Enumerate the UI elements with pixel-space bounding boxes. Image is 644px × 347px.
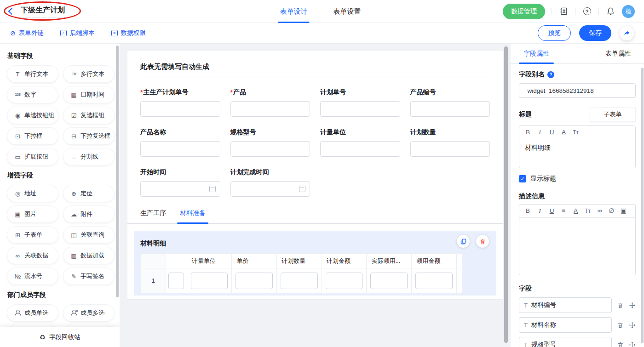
toolbar-link-1[interactable]: ∕后端脚本 <box>60 29 95 37</box>
subform-cell-input[interactable] <box>236 273 273 289</box>
field-input[interactable] <box>230 181 310 197</box>
share-button[interactable] <box>620 26 634 40</box>
delete-subfield-icon[interactable] <box>617 302 624 309</box>
save-button[interactable]: 保存 <box>579 25 611 41</box>
field-pill-address[interactable]: ◎地址 <box>7 185 58 202</box>
unlink-icon[interactable]: ∅ <box>609 207 615 215</box>
title-editor-content[interactable]: 材料明细 <box>519 139 635 168</box>
properties-tab-0[interactable]: 字段属性 <box>523 44 549 64</box>
font-color-icon[interactable]: A <box>573 207 579 215</box>
field-pill-image[interactable]: ▣图片 <box>7 206 58 222</box>
subfield-chip[interactable]: T规格型号 <box>519 337 612 347</box>
field-pill-subform[interactable]: ⊞子表单 <box>7 227 58 243</box>
subfield-chip[interactable]: T材料名称 <box>519 317 612 333</box>
notification-bell-icon[interactable] <box>605 6 615 17</box>
field-pill-signature[interactable]: ✎手写签名 <box>63 268 114 284</box>
bold-icon[interactable]: B <box>525 129 531 136</box>
field-pill-attachment[interactable]: ☁附件 <box>63 206 114 222</box>
description-editor-content[interactable] <box>519 218 635 275</box>
image-icon[interactable]: ▣ <box>621 207 627 215</box>
help-icon[interactable]: ? <box>582 6 592 17</box>
field-pill-extend-button[interactable]: ▭扩展按钮 <box>7 148 58 165</box>
field-input[interactable] <box>410 141 490 157</box>
copy-widget-button[interactable] <box>457 235 470 248</box>
field-input[interactable] <box>140 181 220 197</box>
field-input[interactable] <box>140 101 220 117</box>
link-icon[interactable]: ∞ <box>597 207 603 215</box>
field-pill-related-query[interactable]: ◫关联查询 <box>63 227 114 243</box>
subform-widget-selected[interactable]: 材料明细 计量单位单价计划数量计划金额实际领用...领用金额 1 <box>134 231 496 296</box>
field-pill-single-line-text[interactable]: T单行文本 <box>7 66 58 82</box>
bold-icon[interactable]: B <box>525 207 531 215</box>
form-field-widget[interactable]: 计划数量 <box>410 128 490 157</box>
form-field-widget[interactable]: *主生产计划单号 <box>140 88 220 117</box>
field-pill-data-load[interactable]: ▥数据加载 <box>63 247 114 264</box>
sidebar-scrollbar[interactable] <box>116 46 119 297</box>
italic-icon[interactable]: I <box>537 207 543 215</box>
field-input[interactable] <box>230 141 310 157</box>
field-input[interactable] <box>320 101 400 117</box>
subform-cell-input[interactable] <box>415 273 453 289</box>
move-subfield-icon[interactable] <box>629 322 636 329</box>
field-input[interactable] <box>230 101 310 117</box>
alias-input[interactable]: _widget_1668582312918 <box>519 83 636 98</box>
form-title[interactable]: 下级生产计划 <box>21 6 65 17</box>
italic-icon[interactable]: I <box>537 129 543 136</box>
form-field-widget[interactable]: 开始时间 <box>140 168 220 197</box>
align-icon[interactable]: ≡ <box>561 207 567 215</box>
contact-book-icon[interactable] <box>558 6 569 17</box>
move-subfield-icon[interactable] <box>629 302 636 309</box>
field-recycle-bin[interactable]: ♻ 字段回收站 <box>0 327 120 347</box>
delete-subfield-icon[interactable] <box>617 341 624 347</box>
form-field-widget[interactable]: 规格型号 <box>230 128 310 157</box>
field-pill-serial-number[interactable]: №流水号 <box>7 268 58 284</box>
underline-icon[interactable]: U <box>549 207 555 215</box>
form-field-widget[interactable]: *产品 <box>230 88 310 117</box>
field-pill-checkbox-group[interactable]: ☑复选框组 <box>63 107 114 124</box>
field-pill-dropdown-multi[interactable]: ⊟下拉复选框 <box>63 128 114 144</box>
field-pill-dropdown[interactable]: ⊡下拉框 <box>7 128 58 144</box>
preview-button[interactable]: 预览 <box>538 25 571 41</box>
header-tab-1[interactable]: 表单设置 <box>333 0 361 23</box>
back-chevron-icon[interactable] <box>8 8 16 15</box>
subform-cell-input[interactable] <box>326 273 363 289</box>
alias-help-icon[interactable]: ? <box>547 71 554 78</box>
field-pill-member-single[interactable]: 成员单选 <box>7 305 58 321</box>
toolbar-link-2[interactable]: ≡数据权限 <box>111 29 146 37</box>
form-field-widget[interactable]: 产品名称 <box>140 128 220 157</box>
field-input[interactable] <box>320 141 400 157</box>
field-pill-radio-group[interactable]: ◉单选按钮组 <box>7 107 58 124</box>
subform-cell-input[interactable] <box>191 273 228 289</box>
delete-widget-button[interactable] <box>476 235 489 248</box>
show-title-checkbox[interactable]: ✓ <box>519 175 526 182</box>
font-size-icon[interactable]: Tт <box>573 129 579 136</box>
field-pill-related-data[interactable]: ∞关联数据 <box>7 247 58 264</box>
field-pill-number[interactable]: 123数字 <box>7 86 58 103</box>
field-pill-divider[interactable]: ≡分割线 <box>63 148 114 165</box>
canvas-tab-0[interactable]: 生产工序 <box>140 209 166 223</box>
field-input[interactable] <box>140 141 220 157</box>
auto-generate-banner[interactable]: 此表无需填写自动生成 <box>127 51 503 71</box>
form-field-widget[interactable]: 计划单号 <box>320 88 400 117</box>
underline-icon[interactable]: U <box>549 129 555 136</box>
subform-cell-input[interactable] <box>168 273 184 289</box>
user-avatar[interactable]: 检 <box>622 5 635 18</box>
properties-tab-1[interactable]: 表单属性 <box>605 44 631 64</box>
subfield-chip[interactable]: T材料编号 <box>519 297 612 313</box>
vertical-scrollbar[interactable] <box>504 46 508 343</box>
font-color-icon[interactable]: A <box>561 129 567 136</box>
data-manage-button[interactable]: 数据管理 <box>503 4 545 19</box>
subform-cell-input[interactable] <box>281 273 318 289</box>
field-pill-location[interactable]: ⊕定位 <box>63 185 114 202</box>
field-pill-multi-line-text[interactable]: T≡多行文本 <box>63 66 114 82</box>
toolbar-link-0[interactable]: ⊘表单外链 <box>10 29 44 37</box>
field-pill-datetime[interactable]: ▦日期时间 <box>63 86 114 103</box>
subform-cell-input[interactable] <box>370 273 408 289</box>
header-tab-0[interactable]: 表单设计 <box>280 0 307 23</box>
font-size-icon[interactable]: Tт <box>585 208 591 214</box>
delete-subfield-icon[interactable] <box>617 322 624 329</box>
field-pill-member-multi[interactable]: 成员多选 <box>63 305 114 321</box>
form-field-widget[interactable]: 计量单位 <box>320 128 400 157</box>
canvas-tab-1[interactable]: 材料准备 <box>180 209 206 223</box>
field-input[interactable] <box>410 101 490 117</box>
